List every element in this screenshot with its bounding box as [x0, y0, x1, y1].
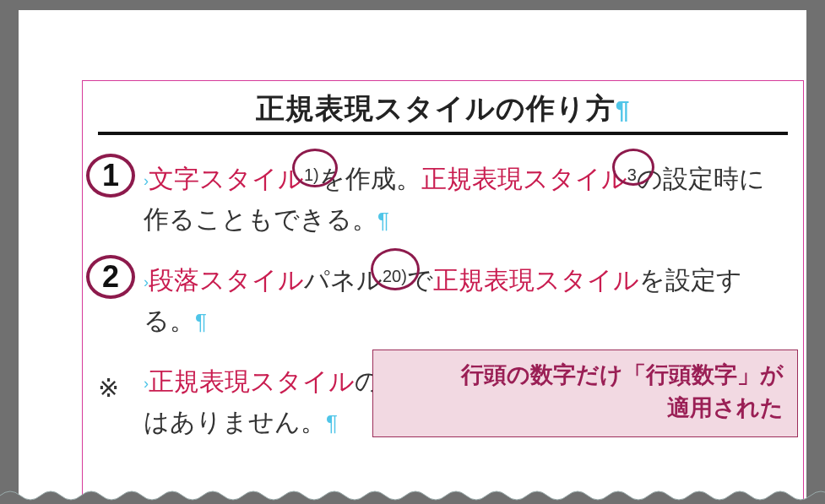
text-frame: 正規表現スタイルの作り方¶ 1 ›文字スタイル1)を作成。正規表現スタイル3の設…	[82, 80, 804, 504]
step1-seg2: を作成。	[319, 165, 421, 192]
title-text: 正規表現スタイルの作り方	[256, 92, 616, 124]
lead-number-1: 1	[86, 154, 135, 198]
callout-line1: 行頭の数字だけ「行頭数字」が	[387, 359, 784, 392]
step1-seg3: 正規表現スタイル	[421, 165, 627, 192]
step2-sup1: 20)	[383, 267, 407, 285]
content-area: 正規表現スタイルの作り方¶ 1 ›文字スタイル1)を作成。正規表現スタイル3の設…	[83, 81, 803, 504]
note-seg3: はありません。	[144, 408, 326, 436]
pilcrow-icon: ¶	[377, 208, 389, 233]
step-1: 1 ›文字スタイル1)を作成。正規表現スタイル3の設定時に作ることもできる。¶	[98, 159, 788, 240]
page-sheet: 正規表現スタイルの作り方¶ 1 ›文字スタイル1)を作成。正規表現スタイル3の設…	[19, 10, 806, 504]
lead-number-2: 2	[86, 255, 135, 299]
step2-seg4: 正規表現スタイル	[433, 266, 639, 294]
step2-seg3: で	[407, 266, 433, 294]
step1-sup2-wrap: 3	[627, 159, 637, 199]
step1-sup2: 3	[627, 165, 637, 184]
pilcrow-icon: ¶	[326, 410, 338, 436]
title-underline	[98, 132, 788, 135]
page-title: 正規表現スタイルの作り方¶	[98, 89, 788, 128]
note-bullet: ※	[98, 368, 119, 409]
note-seg1: 正規表現スタイル	[149, 367, 355, 395]
torn-edge-icon	[0, 487, 825, 504]
step2-seg1: 段落スタイル	[149, 266, 304, 294]
step2-sup1-wrap: 20)	[383, 260, 407, 301]
callout-line2: 適用された	[387, 392, 784, 425]
callout-box: 行頭の数字だけ「行頭数字」が 適用された	[372, 350, 798, 437]
step1-sup1-wrap: 1)	[304, 159, 319, 199]
pilcrow-icon: ¶	[195, 309, 207, 334]
step-2: 2 ›段落スタイルパネル20)で正規表現スタイルを設定する。¶	[98, 260, 788, 341]
step1-seg1: 文字スタイル	[149, 165, 304, 192]
pilcrow-icon: ¶	[616, 95, 631, 123]
step1-sup1: 1)	[304, 165, 319, 184]
step2-seg2: パネル	[304, 266, 383, 294]
